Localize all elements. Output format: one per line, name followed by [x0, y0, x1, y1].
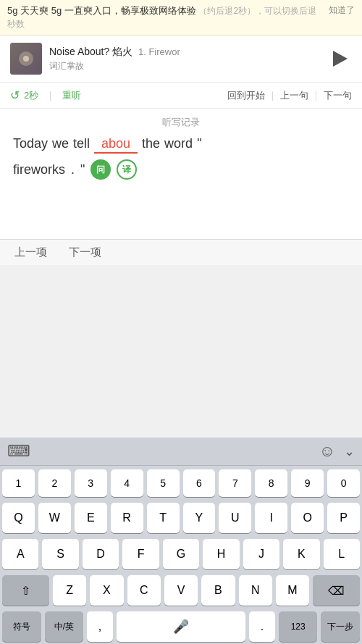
key-2[interactable]: 2 — [38, 469, 71, 497]
keyboard-toolbar: ⌨ ☺ ⌄ — [0, 438, 362, 466]
symbols-key[interactable]: 符号 — [2, 611, 41, 642]
number-key-row: 1 2 3 4 5 6 7 8 9 0 — [0, 466, 362, 499]
banner-link[interactable]: 知道了 — [329, 4, 355, 17]
key-u[interactable]: U — [219, 503, 251, 533]
word-tell: tell — [73, 136, 90, 151]
key-q[interactable]: Q — [2, 503, 35, 533]
audio-info: Noise About? 焰火 1. Firewor 词汇掌故 — [49, 46, 326, 72]
replay-icon: ↺ — [10, 88, 20, 102]
emoji-icon[interactable]: ☺ — [319, 442, 335, 461]
key-y[interactable]: Y — [183, 503, 216, 533]
controls-right: 回到开始 ｜ 上一句 ｜ 下一句 — [227, 89, 352, 102]
key-l[interactable]: L — [324, 539, 360, 569]
answer-row: fireworks . " 问 译 — [10, 159, 352, 180]
key-a[interactable]: A — [2, 539, 38, 569]
period-key[interactable]: . — [249, 611, 275, 642]
key-1[interactable]: 1 — [2, 469, 35, 497]
answer-quote-end: " — [80, 162, 85, 177]
key-e[interactable]: E — [75, 503, 107, 533]
dictation-area: 听写记录 Today we tell abou the word " firew… — [0, 109, 362, 239]
key-9[interactable]: 9 — [291, 469, 324, 497]
number-switch-key[interactable]: 123 — [279, 611, 318, 642]
bottom-nav: 上一项 下一项 — [0, 239, 362, 265]
lang-switch-key[interactable]: 中/英 — [45, 611, 84, 642]
key-o[interactable]: O — [291, 503, 324, 533]
dictation-title: 听写记录 — [10, 116, 352, 129]
word-input-abou[interactable]: abou — [94, 136, 138, 154]
prev-sentence-button[interactable]: 上一句 — [280, 89, 308, 102]
qwerty-row: Q W E R T Y U I O P — [0, 499, 362, 535]
key-i[interactable]: I — [255, 503, 287, 533]
word-word: word — [164, 136, 193, 151]
play-button[interactable] — [326, 46, 352, 72]
audio-title: Noise About? 焰火 1. Firewor — [49, 46, 326, 59]
translate-badge[interactable]: 译 — [117, 159, 137, 180]
key-z[interactable]: Z — [53, 575, 86, 606]
keyboard: ⌨ ☺ ⌄ 1 2 3 4 5 6 7 8 9 0 Q W E R T Y U … — [0, 438, 362, 644]
audio-subtitle: 词汇掌故 — [49, 60, 326, 72]
collapse-keyboard-icon[interactable]: ⌄ — [344, 443, 355, 459]
controls-left: ↺ 2秒 ｜ 重听 — [10, 88, 81, 102]
next-sentence-button[interactable]: 下一句 — [324, 89, 352, 102]
asdf-row: A S D F G H J K L — [0, 535, 362, 572]
prev-item-button[interactable]: 上一项 — [14, 246, 47, 259]
key-k[interactable]: K — [283, 539, 319, 569]
controls-row: ↺ 2秒 ｜ 重听 回到开始 ｜ 上一句 ｜ 下一句 — [0, 83, 362, 109]
word-the: the — [142, 136, 160, 151]
key-8[interactable]: 8 — [255, 469, 287, 497]
word-quote: " — [197, 136, 201, 151]
banner: 5g 天天奭 5g 一直奭入口，畅享极致网络体验 （约后退2秒），可以切换后退秒… — [0, 0, 362, 35]
play-icon — [333, 51, 348, 67]
audio-thumbnail — [10, 43, 42, 75]
key-g[interactable]: G — [163, 539, 199, 569]
key-c[interactable]: C — [127, 575, 161, 606]
key-7[interactable]: 7 — [219, 469, 251, 497]
word-today: Today — [13, 136, 48, 151]
key-6[interactable]: 6 — [183, 469, 216, 497]
shift-key[interactable]: ⇧ — [2, 575, 49, 606]
key-n[interactable]: N — [239, 575, 272, 606]
comma-key[interactable]: , — [87, 611, 113, 642]
key-v[interactable]: V — [164, 575, 198, 606]
key-p[interactable]: P — [327, 503, 360, 533]
key-s[interactable]: S — [42, 539, 78, 569]
key-h[interactable]: H — [203, 539, 239, 569]
key-b[interactable]: B — [201, 575, 235, 606]
key-3[interactable]: 3 — [75, 469, 107, 497]
toolbar-right: ☺ ⌄ — [319, 442, 355, 461]
key-f[interactable]: F — [122, 539, 159, 569]
question-badge[interactable]: 问 — [90, 159, 111, 180]
zxcv-row: ⇧ Z X C V B N M ⌫ — [0, 572, 362, 608]
toolbar-left: ⌨ — [7, 442, 30, 461]
key-4[interactable]: 4 — [111, 469, 143, 497]
delay-label[interactable]: 2秒 — [24, 89, 38, 102]
answer-period: . — [71, 162, 75, 177]
delete-key[interactable]: ⌫ — [313, 575, 360, 606]
next-step-key[interactable]: 下一步 — [321, 611, 360, 642]
answer-fireworks: fireworks — [13, 162, 65, 177]
mic-icon: 🎤 — [173, 619, 189, 635]
next-item-button[interactable]: 下一项 — [69, 246, 101, 259]
audio-card: Noise About? 焰火 1. Firewor 词汇掌故 — [0, 35, 362, 83]
key-t[interactable]: T — [147, 503, 180, 533]
key-j[interactable]: J — [243, 539, 279, 569]
word-we: we — [52, 136, 69, 151]
bottom-key-row: 符号 中/英 , 🎤 . 123 下一步 — [0, 608, 362, 644]
sentence-row: Today we tell abou the word " — [10, 136, 352, 154]
key-d[interactable]: D — [83, 539, 119, 569]
key-w[interactable]: W — [38, 503, 71, 533]
key-r[interactable]: R — [111, 503, 143, 533]
space-key[interactable]: 🎤 — [117, 611, 245, 642]
banner-text: 5g 天天奭 5g 一直奭入口，畅享极致网络体验 （约后退2秒），可以切换后退秒… — [7, 4, 324, 30]
svg-rect-3 — [10, 43, 42, 75]
key-5[interactable]: 5 — [147, 469, 180, 497]
replay-button[interactable]: 重听 — [62, 89, 81, 102]
reset-button[interactable]: 回到开始 — [227, 89, 265, 102]
keyboard-globe-icon[interactable]: ⌨ — [7, 442, 30, 461]
key-x[interactable]: X — [90, 575, 123, 606]
key-0[interactable]: 0 — [327, 469, 360, 497]
key-m[interactable]: M — [276, 575, 309, 606]
